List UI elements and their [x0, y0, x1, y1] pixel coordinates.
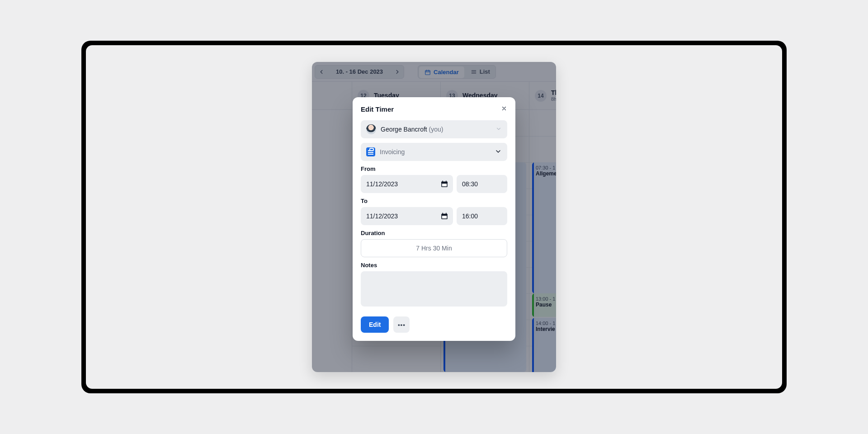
svg-rect-9	[442, 216, 447, 218]
user-name: George Bancroft	[381, 126, 427, 133]
to-label: To	[361, 198, 507, 204]
notes-label: Notes	[361, 262, 507, 269]
svg-rect-7	[443, 213, 443, 215]
chevron-down-icon	[495, 148, 502, 156]
edit-timer-modal: Edit Timer George Bancroft (you) Invoici…	[353, 97, 515, 341]
svg-rect-3	[443, 181, 443, 183]
duration-display[interactable]: 7 Hrs 30 Min	[361, 239, 507, 257]
svg-rect-4	[446, 181, 447, 183]
clipboard-icon	[366, 147, 375, 156]
calendar-panel: 10. - 16 Dec 2023 Calendar List	[312, 62, 556, 372]
close-icon	[501, 105, 507, 112]
from-date-input[interactable]: 11/12/2023	[361, 175, 453, 193]
svg-rect-2	[441, 182, 448, 184]
close-button[interactable]	[499, 104, 509, 113]
user-suffix: (you)	[427, 126, 443, 133]
duration-label: Duration	[361, 230, 507, 236]
to-time-input[interactable]: 16:00	[457, 207, 507, 225]
calendar-icon	[440, 212, 448, 220]
svg-rect-8	[446, 213, 447, 215]
svg-rect-5	[442, 184, 447, 186]
task-label: Invoicing	[380, 148, 405, 156]
notes-input[interactable]	[361, 271, 507, 307]
ellipsis-icon: •••	[398, 321, 406, 328]
user-select[interactable]: George Bancroft (you)	[361, 120, 507, 138]
modal-title: Edit Timer	[361, 105, 507, 113]
edit-button[interactable]: Edit	[361, 316, 389, 333]
task-select[interactable]: Invoicing	[361, 143, 507, 161]
avatar	[366, 124, 376, 134]
modal-scrim[interactable]: Edit Timer George Bancroft (you) Invoici…	[312, 62, 556, 372]
to-date-input[interactable]: 11/12/2023	[361, 207, 453, 225]
chevron-down-icon	[495, 126, 502, 133]
from-label: From	[361, 165, 507, 172]
calendar-icon	[440, 180, 448, 188]
more-actions-button[interactable]: •••	[393, 316, 410, 333]
from-time-input[interactable]: 08:30	[457, 175, 507, 193]
